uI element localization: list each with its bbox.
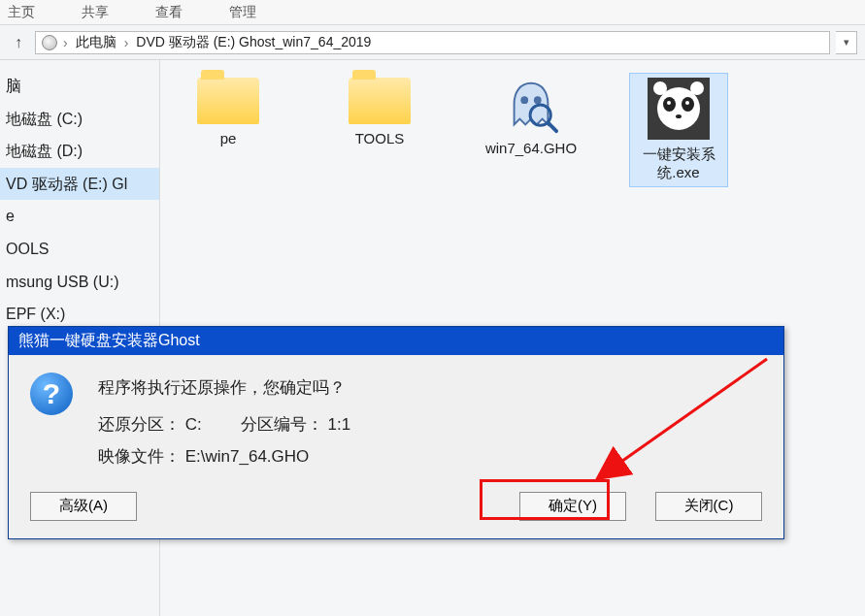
advanced-button[interactable]: 高级(A) [30,492,137,521]
dialog-buttons: 高级(A) 确定(Y) 关闭(C) [9,486,783,538]
svg-point-0 [520,96,528,104]
address-bar-row: ↑ › 此电脑 › DVD 驱动器 (E:) Ghost_win7_64_201… [0,25,865,60]
sidebar-item[interactable]: msung USB (U:) [0,266,159,299]
sidebar-item[interactable]: 地磁盘 (C:) [0,103,159,136]
partno-label: 分区编号： [241,415,323,434]
file-label: 一键安装系统.exe [634,146,723,182]
ribbon-tab-manage[interactable]: 管理 [229,4,256,21]
ribbon-tab-home[interactable]: 主页 [8,4,35,21]
breadcrumb-sep: › [122,35,131,50]
dialog-body: ? 程序将执行还原操作，您确定吗？ 还原分区： C: 分区编号： 1:1 映像文… [9,355,783,486]
file-item-installer-selected[interactable]: 一键安装系统.exe [630,74,727,186]
svg-line-3 [548,122,556,131]
sidebar-item[interactable]: OOLS [0,233,159,266]
ghost-dialog: 熊猫一键硬盘安装器Ghost ? 程序将执行还原操作，您确定吗？ 还原分区： C… [8,326,784,539]
dialog-text: 程序将执行还原操作，您确定吗？ 还原分区： C: 分区编号： 1:1 映像文件：… [98,373,762,472]
sidebar-item-selected[interactable]: VD 驱动器 (E:) Gl [0,168,159,201]
image-label: 映像文件： [98,447,181,466]
file-label: win7_64.GHO [485,140,577,156]
question-icon: ? [30,373,73,415]
file-item-folder[interactable]: TOOLS [331,78,428,146]
dialog-title: 熊猫一键硬盘安装器Ghost [9,327,783,355]
file-item-gho[interactable]: win7_64.GHO [482,78,580,156]
partition-label: 还原分区： [98,415,181,434]
sidebar-item[interactable]: e [0,200,159,233]
folder-icon [197,78,259,124]
close-button[interactable]: 关闭(C) [655,492,762,521]
panda-icon [648,78,710,140]
file-label: pe [220,130,237,146]
ribbon-tab-share[interactable]: 共享 [82,4,109,21]
ribbon-tabs: 主页 共享 查看 管理 [0,0,865,25]
svg-point-1 [534,96,542,104]
partno-value: 1:1 [327,415,350,434]
sidebar-item[interactable]: 地磁盘 (D:) [0,135,159,168]
image-value: E:\win7_64.GHO [185,447,310,466]
folder-icon [349,78,411,124]
ok-button[interactable]: 确定(Y) [519,492,626,521]
sidebar-item[interactable]: 脑 [0,70,159,103]
disc-icon [42,35,57,50]
partition-value: C: [185,415,202,434]
dialog-message: 程序将执行还原操作，您确定吗？ [98,373,762,404]
address-bar[interactable]: › 此电脑 › DVD 驱动器 (E:) Ghost_win7_64_2019 [35,31,830,54]
breadcrumb-drive[interactable]: DVD 驱动器 (E:) Ghost_win7_64_2019 [134,34,373,51]
ribbon-tab-view[interactable]: 查看 [155,4,183,21]
address-dropdown[interactable]: ▾ [836,31,857,54]
breadcrumb-root[interactable]: 此电脑 [74,34,118,51]
breadcrumb-sep: › [61,35,70,50]
file-label: TOOLS [355,130,405,146]
nav-up-button[interactable]: ↑ [8,32,29,53]
ghost-icon [503,78,559,134]
file-item-folder[interactable]: pe [180,78,277,146]
